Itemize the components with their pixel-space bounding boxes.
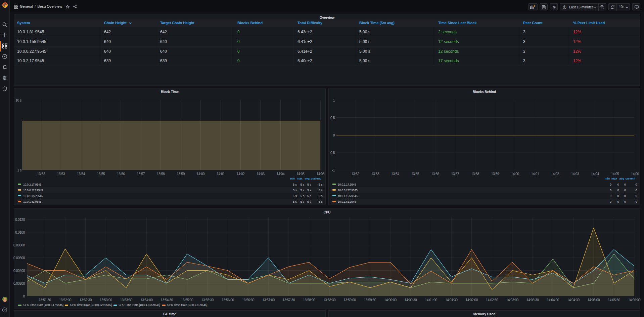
svg-text:?: ?	[4, 308, 5, 312]
